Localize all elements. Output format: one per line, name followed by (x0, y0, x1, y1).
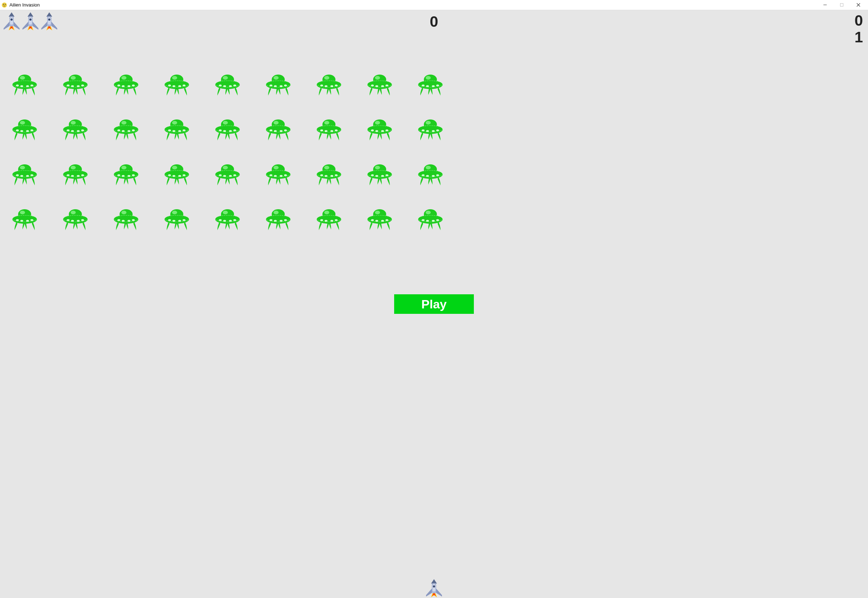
window-controls (817, 0, 867, 10)
minimize-button[interactable] (817, 0, 833, 10)
alien-icon (366, 206, 393, 232)
alien-icon (163, 206, 190, 232)
alien-icon (315, 206, 343, 232)
alien-icon (214, 161, 241, 187)
alien-icon (366, 117, 393, 142)
alien-row (11, 161, 857, 187)
alien-icon (112, 206, 140, 232)
life-ship-icon (40, 12, 59, 32)
alien-icon (315, 161, 343, 187)
alien-icon (61, 72, 89, 97)
alien-icon (11, 161, 38, 187)
game-window: Ailien Invasion 0 0 1 P (0, 0, 868, 598)
alien-icon (163, 72, 190, 97)
maximize-button[interactable] (833, 0, 850, 10)
alien-icon (417, 117, 444, 142)
alien-row (11, 72, 857, 97)
lives-display (2, 12, 59, 32)
alien-row (11, 117, 857, 142)
alien-row (11, 206, 857, 232)
play-button[interactable]: Play (394, 294, 474, 314)
hud: 0 0 1 (0, 10, 868, 16)
alien-icon (214, 117, 241, 142)
alien-icon (417, 206, 444, 232)
alien-icon (315, 72, 343, 97)
alien-icon (61, 206, 89, 232)
life-ship-icon (2, 12, 21, 32)
alien-icon (417, 161, 444, 187)
titlebar: Ailien Invasion (0, 0, 868, 10)
alien-icon (112, 161, 140, 187)
alien-fleet (11, 72, 857, 251)
alien-icon (214, 206, 241, 232)
alien-icon (264, 117, 292, 142)
alien-icon (11, 206, 38, 232)
alien-icon (264, 206, 292, 232)
alien-icon (417, 72, 444, 97)
alien-icon (315, 117, 343, 142)
alien-icon (11, 117, 38, 142)
alien-icon (264, 161, 292, 187)
play-button-label: Play (421, 297, 447, 311)
player-ship (423, 579, 445, 598)
alien-icon (366, 72, 393, 97)
alien-icon (112, 117, 140, 142)
close-button[interactable] (850, 0, 867, 10)
life-ship-icon (21, 12, 40, 32)
alien-icon (163, 117, 190, 142)
alien-icon (163, 161, 190, 187)
alien-icon (112, 72, 140, 97)
score-display: 0 (430, 13, 438, 30)
app-icon (1, 2, 7, 8)
alien-icon (11, 72, 38, 97)
high-score-display: 0 (855, 13, 863, 28)
alien-icon (61, 161, 89, 187)
alien-icon (366, 161, 393, 187)
svg-rect-15 (840, 4, 843, 6)
window-title: Ailien Invasion (9, 2, 40, 7)
alien-icon (214, 72, 241, 97)
alien-icon (61, 117, 89, 142)
alien-icon (264, 72, 292, 97)
right-scores: 0 1 (855, 13, 863, 45)
game-area[interactable]: 0 0 1 Play (0, 10, 868, 598)
level-display: 1 (855, 30, 863, 45)
